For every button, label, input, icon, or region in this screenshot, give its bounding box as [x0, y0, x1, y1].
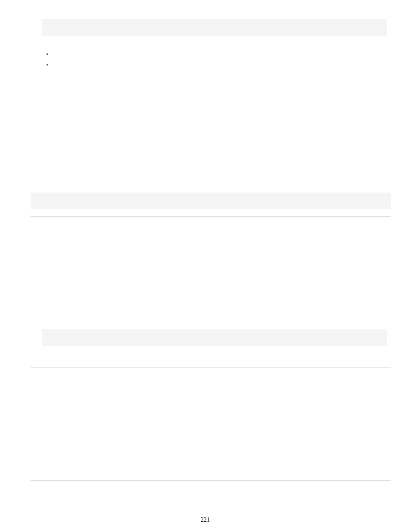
bullet-1: [47, 53, 48, 55]
gray-bar-3: [42, 329, 387, 346]
document-page: 221: [0, 0, 411, 532]
page-number: 221: [201, 516, 210, 523]
hr-3: [31, 480, 391, 481]
gray-bar-2: [31, 193, 391, 209]
bullet-2: [47, 64, 48, 65]
hr-1: [31, 216, 391, 217]
hr-2: [31, 367, 391, 368]
gray-bar-1: [42, 19, 387, 36]
